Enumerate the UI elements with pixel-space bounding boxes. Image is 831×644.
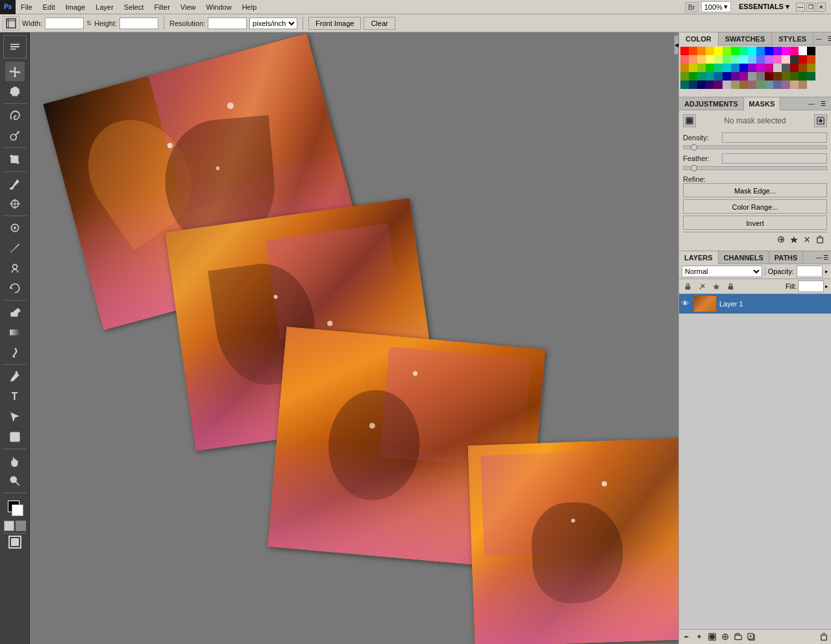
panel-adj-menu-icon[interactable]: ☰ [818, 99, 828, 109]
eraser-tool[interactable] [5, 303, 25, 322]
tool-presets[interactable] [3, 35, 27, 58]
swatch[interactable] [807, 72, 815, 80]
clone-tool[interactable] [5, 258, 25, 278]
swatch[interactable] [782, 72, 790, 80]
zoom-control[interactable]: 100% ▾ [701, 1, 731, 12]
add-layer-style-btn[interactable] [693, 631, 705, 643]
new-layer-btn[interactable] [745, 631, 757, 643]
menu-file[interactable]: File [16, 0, 38, 14]
swatch[interactable] [790, 64, 799, 72]
swatch[interactable] [773, 72, 782, 80]
tab-layers[interactable]: LAYERS [679, 251, 719, 264]
fill-input[interactable] [798, 280, 824, 292]
layer-eye-icon[interactable]: 👁 [682, 299, 691, 308]
swatch[interactable] [697, 64, 706, 72]
swatch[interactable] [756, 47, 765, 55]
lock-position-btn[interactable] [710, 280, 722, 292]
lock-image-btn[interactable] [696, 280, 708, 292]
swatch[interactable] [689, 72, 697, 80]
swatch[interactable] [765, 72, 773, 80]
swatch[interactable] [748, 64, 756, 72]
swatch[interactable] [706, 80, 714, 89]
menu-select[interactable]: Select [119, 0, 149, 14]
fill-arrow[interactable]: ▸ [825, 283, 828, 290]
menu-edit[interactable]: Edit [38, 0, 60, 14]
swatch[interactable] [731, 55, 739, 64]
blend-mode-select[interactable]: Normal [682, 266, 762, 277]
swatch[interactable] [765, 47, 773, 55]
swatch[interactable] [756, 72, 765, 80]
swatch[interactable] [748, 55, 756, 64]
swatch[interactable] [723, 72, 731, 80]
bridge-btn[interactable]: Br [685, 2, 699, 12]
swatch[interactable] [748, 80, 756, 89]
swatch[interactable] [714, 72, 723, 80]
swatch[interactable] [739, 55, 748, 64]
text-tool[interactable]: T [5, 387, 25, 406]
quick-select-tool[interactable] [5, 126, 25, 145]
density-slider-thumb[interactable] [691, 144, 697, 151]
menu-filter[interactable]: Filter [149, 0, 175, 14]
swatch[interactable] [731, 80, 739, 89]
swatch[interactable] [739, 80, 748, 89]
swatch[interactable] [697, 80, 706, 89]
swatch[interactable] [799, 80, 807, 89]
swatch[interactable] [756, 80, 765, 89]
color-selector[interactable] [4, 497, 26, 519]
opacity-arrow[interactable]: ▸ [825, 268, 828, 275]
swatch[interactable] [723, 64, 731, 72]
swatch[interactable] [773, 47, 782, 55]
collapse-icon[interactable]: — [813, 34, 824, 44]
add-vector-mask-btn[interactable] [814, 114, 827, 127]
minimize-btn[interactable]: — [796, 3, 805, 12]
smudge-tool[interactable] [5, 343, 25, 362]
tab-swatches[interactable]: SWATCHES [719, 32, 773, 45]
swatch[interactable] [799, 47, 807, 55]
enable-disable-mask-btn[interactable] [801, 234, 813, 245]
background-color[interactable] [12, 504, 23, 516]
swatch[interactable] [799, 55, 807, 64]
hand-tool[interactable] [5, 451, 25, 471]
essentials-btn[interactable]: ESSENTIALS ▾ [734, 3, 795, 12]
swatch[interactable] [748, 47, 756, 55]
lock-all-btn[interactable] [725, 280, 736, 292]
swatch[interactable] [790, 80, 799, 89]
swatch[interactable] [773, 80, 782, 89]
swatch[interactable] [782, 55, 790, 64]
swatch[interactable] [714, 47, 723, 55]
swatch[interactable] [731, 64, 739, 72]
swatch[interactable] [739, 47, 748, 55]
swatch[interactable] [765, 80, 773, 89]
apply-mask-btn[interactable] [788, 234, 800, 245]
swatch[interactable] [714, 80, 723, 89]
swatch[interactable] [697, 47, 706, 55]
swatch[interactable] [748, 72, 756, 80]
panel-layers-menu-icon[interactable]: ☰ [823, 254, 828, 261]
swatch[interactable] [706, 47, 714, 55]
add-group-btn[interactable] [732, 631, 744, 643]
swatch[interactable] [714, 64, 723, 72]
opacity-input[interactable] [797, 266, 823, 277]
swatch[interactable] [739, 72, 748, 80]
add-pixel-mask-btn[interactable] [683, 114, 696, 127]
panel-collapse-btn[interactable]: ◀ [674, 35, 679, 55]
swatch[interactable] [799, 72, 807, 80]
height-input[interactable] [119, 18, 158, 29]
pen-tool[interactable] [5, 367, 25, 386]
swatch[interactable] [790, 72, 799, 80]
tab-color[interactable]: COLOR [679, 32, 719, 45]
history-brush-tool[interactable] [5, 279, 25, 298]
restore-btn[interactable]: ❐ [806, 3, 815, 12]
lock-transparent-btn[interactable] [682, 280, 693, 292]
swatch[interactable] [689, 55, 697, 64]
swatch[interactable] [680, 47, 689, 55]
swatch[interactable] [731, 72, 739, 80]
swatch[interactable] [680, 64, 689, 72]
tab-paths[interactable]: PATHS [769, 251, 804, 264]
clear-button[interactable]: Clear [364, 17, 395, 30]
menu-image[interactable]: Image [60, 0, 91, 14]
swatch[interactable] [689, 80, 697, 89]
swatch[interactable] [723, 55, 731, 64]
swatch[interactable] [807, 55, 815, 64]
move-tool[interactable] [5, 62, 25, 81]
